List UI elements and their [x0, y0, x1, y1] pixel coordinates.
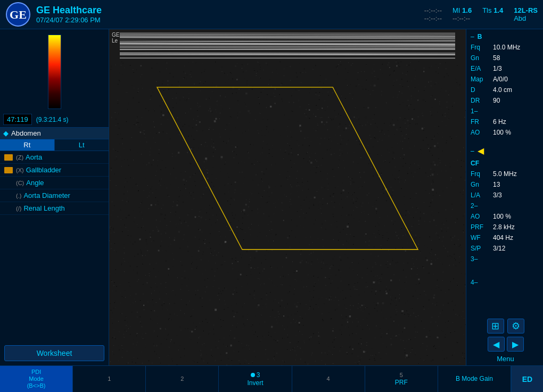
measure-shortcut: (C) — [16, 180, 24, 186]
timer-row: 47:119 (9.3:21.4 s) — [0, 112, 109, 127]
measure-label: Aorta — [26, 153, 42, 161]
main-area: 47:119 (9.3:21.4 s) ◆ Abdomen Rt Lt (Z)A… — [0, 29, 543, 365]
rt-lt-toggle: Rt Lt — [0, 139, 109, 151]
info-ao-2: AO100 % — [471, 212, 540, 221]
folder-icon — [4, 154, 13, 161]
info-b-marker: – B — [471, 32, 540, 41]
measure-item[interactable]: (C)Angle — [0, 177, 109, 189]
info-ea: E/A1/3 — [471, 64, 540, 73]
measure-item[interactable]: (.)Aorta Diameter — [0, 189, 109, 202]
timer-duration: (9.3:21.4 s) — [36, 116, 69, 123]
folder-icon — [4, 167, 13, 173]
mi-stat: MI 1.6 --:--:-- — [452, 6, 472, 22]
preset-arrow-icon: ◆ — [3, 129, 9, 137]
info-wf: WF404 Hz — [471, 233, 540, 243]
ge-logo-icon: GE — [5, 2, 31, 27]
colorbar — [48, 35, 61, 109]
info-map: MapA/0/0 — [471, 74, 540, 84]
preset-label: Abdomen — [11, 129, 41, 137]
mi-dashes: --:--:-- — [452, 14, 470, 22]
info-2-marker: 2– — [471, 201, 540, 211]
info-panel: – B Frq10.0 MHz Gn58 E/A1/3 MapA/0/0 D4.… — [466, 29, 543, 365]
measure-item[interactable]: (/)Renal Length — [0, 202, 109, 215]
info-la: L/A3/3 — [471, 190, 540, 200]
info-frq-cf: Frq5.0 MHz — [471, 169, 540, 179]
nav-arrows: ◀ ▶ — [488, 337, 524, 352]
footer: PDI Mode (B<>B) 1 2 3 Invert 4 5 PRF B M… — [0, 365, 543, 392]
probe-value: 12L-RS — [514, 6, 538, 14]
info-gn-b: Gn58 — [471, 53, 540, 63]
measure-shortcut: (X) — [16, 167, 24, 173]
header-info: GE Healthcare 07/24/07 2:29:06 PM — [36, 5, 424, 24]
info-fr: FR6 Hz — [471, 117, 540, 127]
arrow-left-btn[interactable]: ◀ — [488, 337, 505, 352]
measure-shortcut: (/) — [16, 205, 21, 212]
settings-icon-btn[interactable]: ⚙ — [507, 319, 524, 333]
info-4-marker: 4– — [471, 278, 540, 287]
top-time-value2: --:--:-- — [424, 14, 442, 22]
ultrasound-canvas — [109, 29, 466, 365]
grid-icon-btn[interactable]: ⊞ — [487, 319, 504, 333]
info-cf-marker: – ◀ — [471, 145, 540, 157]
info-sp: S/P3/12 — [471, 244, 540, 253]
brand-title: GE Healthcare — [36, 5, 424, 16]
info-dr: DR90 — [471, 96, 540, 105]
mode-value: Abd — [514, 14, 526, 22]
measure-list: (Z)Aorta(X)Gallbladder(C)Angle(.)Aorta D… — [0, 151, 109, 215]
header-top-time: --:--:-- --:--:-- — [424, 6, 442, 22]
info-frq-b: Frq10.0 MHz — [471, 43, 540, 52]
measure-item[interactable]: (Z)Aorta — [0, 151, 109, 164]
measure-label: Gallbladder — [26, 166, 62, 174]
worksheet-button[interactable]: Worksheet — [4, 345, 104, 361]
measure-label: Angle — [26, 179, 44, 187]
info-d: D4.0 cm — [471, 85, 540, 95]
header-datetime: 07/24/07 2:29:06 PM — [36, 16, 424, 24]
top-time-value: --:--:-- — [424, 6, 442, 14]
timer-display: 47:119 — [3, 114, 32, 125]
measure-label: Aorta Diameter — [23, 191, 70, 199]
colorbar-container — [0, 29, 109, 109]
info-3-marker: 3– — [471, 254, 540, 264]
footer-pdi-mode[interactable]: PDI Mode (B<>B) — [0, 366, 73, 392]
footer-ed[interactable]: ED — [511, 366, 543, 392]
rt-button[interactable]: Rt — [0, 139, 55, 151]
lt-button[interactable]: Lt — [55, 139, 109, 151]
ultrasound-area: GE Le — [109, 29, 466, 365]
ge-label: GE Le — [112, 32, 119, 44]
mi-label: MI 1.6 — [452, 6, 472, 14]
info-ao-1: AO100 % — [471, 128, 540, 137]
measure-item[interactable]: (X)Gallbladder — [0, 164, 109, 177]
tls-stat: Tls 1.4 — [482, 6, 503, 22]
menu-label[interactable]: Menu — [497, 355, 514, 363]
arrow-right-btn[interactable]: ▶ — [507, 337, 524, 352]
footer-2[interactable]: 2 — [146, 366, 219, 392]
footer-prf[interactable]: 5 PRF — [365, 366, 438, 392]
footer-1[interactable]: 1 — [73, 366, 146, 392]
header-stats: --:--:-- --:--:-- MI 1.6 --:--:-- Tls 1.… — [424, 6, 538, 22]
footer-invert[interactable]: 3 Invert — [219, 366, 292, 392]
tls-label: Tls 1.4 — [482, 6, 503, 14]
measure-label: Renal Length — [23, 204, 64, 212]
footer-4[interactable]: 4 — [292, 366, 365, 392]
info-cf-label: CF — [471, 159, 540, 168]
svg-text:GE: GE — [10, 8, 27, 21]
info-1-marker: 1– — [471, 106, 540, 116]
probe-stat: 12L-RS Abd — [514, 6, 538, 22]
info-gn-cf: Gn13 — [471, 180, 540, 189]
info-prf: PRF2.8 kHz — [471, 222, 540, 232]
measure-shortcut: (Z) — [16, 154, 23, 161]
measure-shortcut: (.) — [16, 193, 21, 199]
footer-bmode-gain[interactable]: B Mode Gain — [438, 366, 511, 392]
header: GE GE Healthcare 07/24/07 2:29:06 PM --:… — [0, 0, 543, 29]
preset-row[interactable]: ◆ Abdomen — [0, 127, 109, 139]
sidebar: 47:119 (9.3:21.4 s) ◆ Abdomen Rt Lt (Z)A… — [0, 29, 109, 365]
